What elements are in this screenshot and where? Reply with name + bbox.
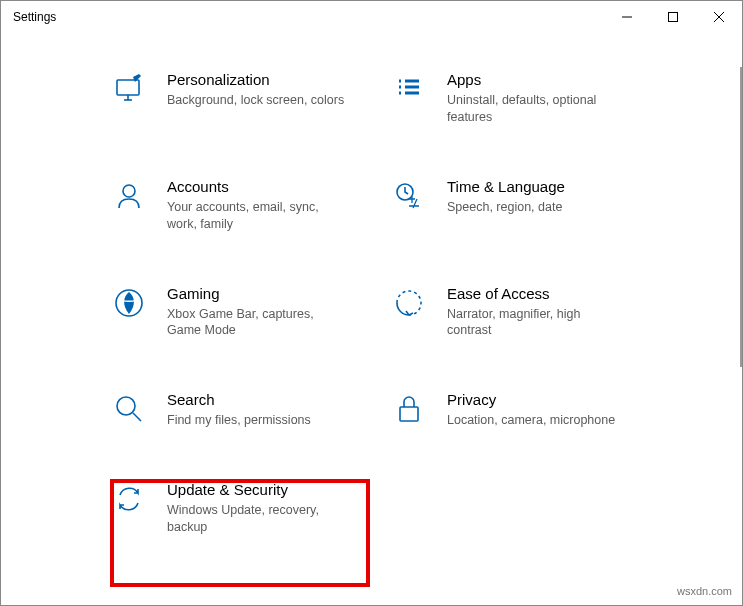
svg-rect-1 <box>669 13 678 22</box>
tile-title: Ease of Access <box>447 285 641 302</box>
tile-title: Gaming <box>167 285 361 302</box>
gaming-icon <box>111 285 147 321</box>
tile-title: Update & Security <box>167 481 361 498</box>
watermark: wsxdn.com <box>677 585 732 597</box>
tile-ease-of-access[interactable]: Ease of Access Narrator, magnifier, high… <box>391 285 641 340</box>
apps-icon <box>391 71 427 107</box>
tile-title: Search <box>167 391 361 408</box>
scrollbar-thumb[interactable] <box>740 67 742 367</box>
ease-of-access-icon <box>391 285 427 321</box>
maximize-button[interactable] <box>650 1 696 33</box>
tile-search[interactable]: Search Find my files, permissions <box>111 391 361 429</box>
svg-rect-18 <box>400 407 418 421</box>
tile-apps[interactable]: Apps Uninstall, defaults, optional featu… <box>391 71 641 126</box>
close-button[interactable] <box>696 1 742 33</box>
title-bar: Settings <box>1 1 742 33</box>
minimize-icon <box>622 12 632 22</box>
svg-point-13 <box>123 185 135 197</box>
tile-desc: Uninstall, defaults, optional features <box>447 92 627 126</box>
tile-accounts[interactable]: Accounts Your accounts, email, sync, wor… <box>111 178 361 233</box>
tile-time-language[interactable]: Time & Language Speech, region, date <box>391 178 641 233</box>
tile-desc: Location, camera, microphone <box>447 412 627 429</box>
tile-desc: Background, lock screen, colors <box>167 92 347 109</box>
maximize-icon <box>668 12 678 22</box>
svg-line-17 <box>133 413 141 421</box>
tile-title: Privacy <box>447 391 641 408</box>
tile-text: Privacy Location, camera, microphone <box>447 391 641 429</box>
update-security-icon <box>111 481 147 517</box>
tile-title: Apps <box>447 71 641 88</box>
tile-text: Time & Language Speech, region, date <box>447 178 641 216</box>
tile-text: Search Find my files, permissions <box>167 391 361 429</box>
close-icon <box>714 12 724 22</box>
tile-desc: Xbox Game Bar, captures, Game Mode <box>167 306 347 340</box>
search-icon <box>111 391 147 427</box>
window-title: Settings <box>13 10 56 24</box>
tile-title: Personalization <box>167 71 361 88</box>
tile-desc: Find my files, permissions <box>167 412 347 429</box>
tile-desc: Windows Update, recovery, backup <box>167 502 347 536</box>
tile-title: Accounts <box>167 178 361 195</box>
time-language-icon <box>391 178 427 214</box>
personalization-icon <box>111 71 147 107</box>
accounts-icon <box>111 178 147 214</box>
tile-text: Personalization Background, lock screen,… <box>167 71 361 109</box>
tile-text: Gaming Xbox Game Bar, captures, Game Mod… <box>167 285 361 340</box>
tile-text: Update & Security Windows Update, recove… <box>167 481 361 536</box>
tile-privacy[interactable]: Privacy Location, camera, microphone <box>391 391 641 429</box>
window-controls <box>604 1 742 33</box>
tile-desc: Narrator, magnifier, high contrast <box>447 306 627 340</box>
tile-text: Apps Uninstall, defaults, optional featu… <box>447 71 641 126</box>
tile-update-security[interactable]: Update & Security Windows Update, recove… <box>111 481 361 536</box>
tile-desc: Speech, region, date <box>447 199 627 216</box>
scrollbar[interactable] <box>738 33 742 605</box>
tile-text: Accounts Your accounts, email, sync, wor… <box>167 178 361 233</box>
tile-gaming[interactable]: Gaming Xbox Game Bar, captures, Game Mod… <box>111 285 361 340</box>
tile-text: Ease of Access Narrator, magnifier, high… <box>447 285 641 340</box>
tile-desc: Your accounts, email, sync, work, family <box>167 199 347 233</box>
settings-content: Personalization Background, lock screen,… <box>1 71 738 605</box>
privacy-icon <box>391 391 427 427</box>
tile-personalization[interactable]: Personalization Background, lock screen,… <box>111 71 361 126</box>
settings-grid: Personalization Background, lock screen,… <box>111 71 688 536</box>
tile-title: Time & Language <box>447 178 641 195</box>
title-bar-left: Settings <box>13 10 56 24</box>
svg-rect-4 <box>117 80 139 95</box>
svg-point-16 <box>117 397 135 415</box>
minimize-button[interactable] <box>604 1 650 33</box>
